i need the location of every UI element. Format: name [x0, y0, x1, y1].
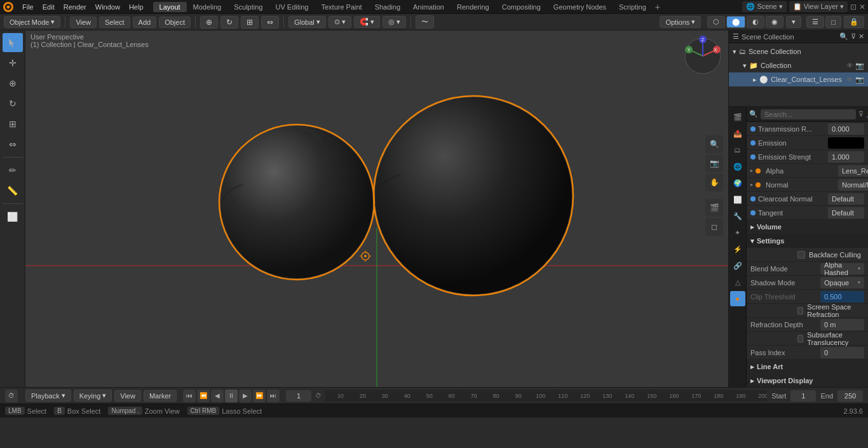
emission-color-swatch[interactable] — [828, 137, 864, 149]
prop-output-icon[interactable]: 📤 — [730, 126, 745, 141]
view-layer-selector[interactable]: 📋 View Layer ▾ — [789, 1, 848, 12]
timeline-track[interactable]: 10 20 30 40 50 60 70 80 90 100 110 120 1… — [325, 390, 767, 402]
end-frame-input[interactable] — [837, 390, 863, 402]
alpha-value[interactable]: Lens_Refract_invert... — [838, 165, 868, 177]
tab-rendering[interactable]: Rendering — [451, 2, 496, 12]
outliner-scene-collection[interactable]: ▾ 🗂 Scene Collection — [729, 44, 868, 58]
camera-view-btn[interactable]: 📷 — [705, 154, 723, 172]
prop-world-icon[interactable]: 🌍 — [730, 175, 745, 191]
zoom-in-btn[interactable]: 🔍 — [705, 135, 723, 153]
transform-space[interactable]: Global ▾ — [288, 16, 326, 28]
tab-animation[interactable]: Animation — [407, 2, 451, 12]
tab-compositing[interactable]: Compositing — [496, 2, 547, 12]
prop-data-icon[interactable]: △ — [730, 275, 745, 290]
scale-tool[interactable]: ⊞ — [3, 114, 23, 133]
tab-shading[interactable]: Shading — [369, 2, 407, 12]
outliner-collection[interactable]: ▾ 📁 Collection 👁 📷 — [729, 58, 868, 72]
proportional-edit[interactable]: ◎ ▾ — [383, 16, 406, 28]
object-menu[interactable]: Object — [159, 17, 191, 28]
jump-end-btn[interactable]: ⏭ — [267, 390, 280, 402]
close-btn[interactable]: ✕ — [859, 3, 865, 11]
collection-hide-icon[interactable]: 👁 — [846, 62, 853, 70]
tab-modeling[interactable]: Modeling — [187, 2, 228, 12]
render-preview-btn[interactable]: ◻ — [705, 218, 723, 236]
scale-icon[interactable]: ⊞ — [241, 16, 259, 29]
camera-lock[interactable]: 🔒 — [844, 16, 864, 28]
play-forward-btn[interactable]: ▶ — [239, 390, 252, 402]
rendered-btn[interactable]: ◉ — [766, 16, 783, 28]
alpha-expand-icon[interactable]: ▸ — [750, 168, 753, 173]
transmission-value[interactable]: 0.000 — [828, 123, 864, 135]
tab-scripting[interactable]: Scripting — [613, 2, 653, 12]
timeline-mode-btn[interactable]: ⏱ — [5, 390, 18, 402]
object-render-icon[interactable]: 📷 — [855, 76, 864, 84]
prop-scene-icon[interactable]: 🌐 — [730, 159, 745, 174]
add-cube-tool[interactable]: ⬜ — [3, 207, 23, 226]
menu-edit[interactable]: Edit — [38, 2, 59, 12]
menu-file[interactable]: File — [18, 2, 38, 12]
outliner-close-icon[interactable]: ✕ — [858, 32, 864, 41]
shadow-mode-dropdown[interactable]: Opaque ▾ — [820, 277, 864, 288]
prop-physics-icon[interactable]: ⚡ — [730, 241, 745, 257]
pivot-point[interactable]: ⊙ ▾ — [329, 16, 351, 28]
prop-render-icon[interactable]: 🎬 — [730, 109, 745, 125]
play-pause-btn[interactable]: ⏸ — [225, 390, 238, 402]
snap-btn[interactable]: 🧲 ▾ — [354, 16, 380, 28]
collection-render-icon[interactable]: 📷 — [855, 62, 864, 70]
tab-uv-editing[interactable]: UV Editing — [269, 2, 315, 12]
menu-window[interactable]: Window — [91, 2, 125, 12]
transform-mode-btn[interactable]: ⇔ — [261, 16, 279, 29]
current-frame-input[interactable] — [286, 390, 311, 402]
add-menu[interactable]: Add — [133, 17, 157, 28]
volume-section[interactable]: ▸ Volume — [747, 220, 868, 234]
measure-tool[interactable]: 📏 — [3, 181, 23, 200]
viewport-display-section[interactable]: ▸ Viewport Display — [747, 374, 868, 387]
transform-icon[interactable]: ⊕ — [200, 16, 218, 29]
pass-index-value[interactable]: 0 — [820, 347, 864, 358]
refraction-depth-value[interactable]: 0 m — [820, 319, 864, 330]
prop-particles-icon[interactable]: ✦ — [730, 225, 745, 240]
select-tool[interactable] — [3, 33, 23, 52]
prop-modifier-icon[interactable]: 🔧 — [730, 208, 745, 224]
cursor-tool[interactable]: ✛ — [3, 53, 23, 72]
wireframe-btn[interactable]: ⬡ — [707, 16, 725, 28]
subsurface-translucency-checkbox[interactable] — [797, 335, 803, 343]
rotate-tool[interactable]: ↻ — [3, 94, 23, 113]
filter-icon[interactable]: ⊽ — [858, 110, 864, 118]
timeline-view-menu[interactable]: View — [114, 390, 141, 402]
viewport[interactable]: User Perspective (1) Collection | Clear_… — [25, 31, 728, 387]
falloff-icon[interactable]: 〜 — [416, 15, 434, 29]
keying-menu[interactable]: Keying▾ — [74, 390, 112, 402]
playback-menu[interactable]: Playback▾ — [25, 390, 71, 402]
select-menu[interactable]: Select — [99, 17, 130, 28]
menu-render[interactable]: Render — [59, 2, 91, 12]
rotate-icon[interactable]: ↻ — [220, 16, 238, 29]
screen-space-refraction-checkbox[interactable] — [797, 307, 803, 315]
options-btn[interactable]: Options ▾ — [660, 16, 701, 28]
prop-constraints-icon[interactable]: 🔗 — [730, 258, 745, 273]
clearcoat-normal-value[interactable]: Default — [828, 193, 864, 205]
viewport-settings[interactable]: ▾ — [786, 16, 801, 28]
xray-toggle[interactable]: □ — [825, 16, 841, 28]
material-preview-btn[interactable]: ◐ — [747, 16, 764, 28]
menu-help[interactable]: Help — [125, 2, 148, 12]
navigation-gizmo[interactable]: X Y Z — [682, 36, 723, 76]
property-search-input[interactable] — [761, 109, 856, 119]
prop-material-icon[interactable]: ● — [730, 291, 745, 306]
outliner-filter-icon[interactable]: ⊽ — [851, 32, 856, 41]
prop-view-layer-icon[interactable]: 🗂 — [730, 142, 745, 158]
annotate-tool[interactable]: ✏ — [3, 161, 23, 180]
tab-sculpting[interactable]: Sculpting — [227, 2, 269, 12]
tangent-value[interactable]: Default — [828, 207, 864, 219]
object-hide-icon[interactable]: 👁 — [846, 76, 853, 84]
step-forward-btn[interactable]: ⏩ — [253, 390, 266, 402]
emission-strength-value[interactable]: 1.000 — [828, 151, 864, 163]
blend-mode-dropdown[interactable]: Alpha Hashed ▾ — [820, 263, 864, 275]
tab-layout[interactable]: Layout — [153, 2, 187, 12]
tab-texture-paint[interactable]: Texture Paint — [315, 2, 368, 12]
object-mode-selector[interactable]: Object Mode ▾ — [4, 16, 60, 28]
view-menu[interactable]: View — [70, 17, 97, 28]
add-workspace-btn[interactable]: + — [653, 2, 663, 12]
outliner-object-item[interactable]: ▸ ⚪ Clear_Contact_Lenses 👁 📷 — [729, 72, 868, 86]
prop-object-icon[interactable]: ⬜ — [730, 192, 745, 207]
